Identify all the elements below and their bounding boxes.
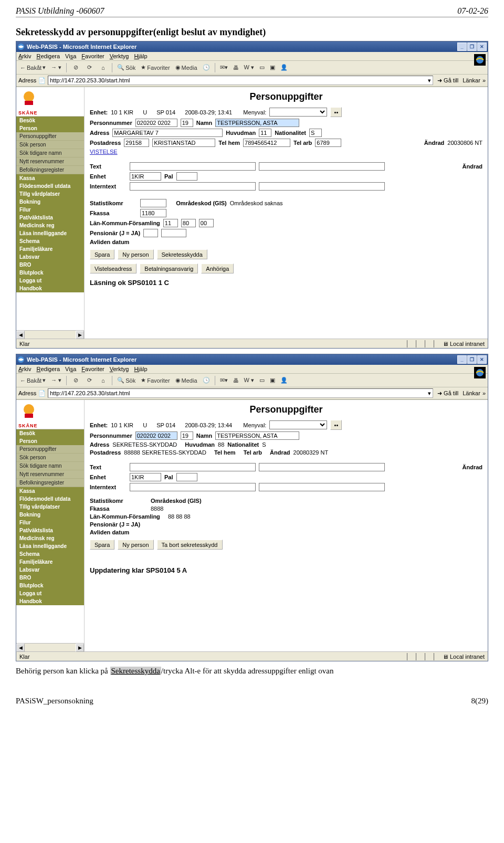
text-input-1[interactable] xyxy=(130,162,256,171)
nav-head-tillg[interactable]: Tillg vårdplatser xyxy=(16,190,84,198)
links-label[interactable]: Länkar xyxy=(463,77,480,83)
address-input[interactable]: http://147.220.253.30/start.html▾ xyxy=(48,388,433,398)
menu-visa[interactable]: Visa xyxy=(65,366,76,372)
nav-item-personuppgifter[interactable]: Personuppgifter xyxy=(16,132,84,141)
pn-century-input[interactable] xyxy=(181,119,193,127)
anhoriga-button[interactable]: Anhöriga xyxy=(201,264,234,273)
menyval-select[interactable] xyxy=(269,108,327,117)
mail-button[interactable]: ✉▾ xyxy=(218,376,229,384)
text-input-2[interactable] xyxy=(259,463,385,471)
postnr-input[interactable] xyxy=(124,139,149,147)
messenger-button[interactable]: 👤 xyxy=(279,376,289,384)
vistelse-link[interactable]: VISTELSE xyxy=(90,149,118,155)
close-button[interactable]: ✕ xyxy=(477,355,487,364)
telhem-input[interactable] xyxy=(243,139,290,147)
sidebar-hscroll[interactable]: ◀▶ xyxy=(16,643,84,651)
close-button[interactable]: ✕ xyxy=(477,43,487,51)
mail-button[interactable]: ✉▾ xyxy=(218,64,229,71)
nav-head-schema[interactable]: Schema xyxy=(16,237,84,245)
menu-redigera[interactable]: Redigera xyxy=(36,366,60,372)
home-button[interactable]: ⌂ xyxy=(97,63,109,72)
nav-head-medicinsk[interactable]: Medicinsk reg xyxy=(16,222,84,229)
nav-item-sok-tidigare-namn[interactable]: Sök tidigare namn xyxy=(16,462,84,470)
nav-head-flodes[interactable]: Flödesmodell utdata xyxy=(16,182,84,190)
stop-button[interactable]: ⊘ xyxy=(70,63,81,72)
media-button[interactable]: ◉Media xyxy=(174,64,199,71)
menu-hjalp[interactable]: Hjälp xyxy=(134,53,147,59)
pal-input[interactable] xyxy=(176,473,197,481)
forward-button[interactable]: → ▾ xyxy=(49,376,63,384)
nav-item-sok-person[interactable]: Sök person xyxy=(16,454,84,462)
edit-button[interactable]: ▭ xyxy=(258,64,266,71)
postort-input[interactable] xyxy=(152,139,215,147)
nav-head-familjelakare[interactable]: Familjeläkare xyxy=(16,558,84,566)
interntext-input-1[interactable] xyxy=(130,483,256,491)
favorites-button[interactable]: ★Favoriter xyxy=(139,376,171,384)
links-label[interactable]: Länkar xyxy=(463,390,480,396)
nav-item-sok-tidigare-namn[interactable]: Sök tidigare namn xyxy=(16,149,84,157)
text-input-1[interactable] xyxy=(130,463,256,471)
menu-visa[interactable]: Visa xyxy=(65,53,76,59)
menyval-go-button[interactable]: •• xyxy=(330,420,342,430)
namn-input[interactable] xyxy=(215,119,299,127)
menu-favoriter[interactable]: Favoriter xyxy=(81,53,104,59)
fkassa-input[interactable] xyxy=(140,209,166,217)
edit-button[interactable]: ▭ xyxy=(258,376,266,384)
search-button[interactable]: 🔍Sök xyxy=(116,376,137,384)
nav-head-filur[interactable]: Filur xyxy=(16,206,84,214)
betalningsansvarig-button[interactable]: Betalningsansvarig xyxy=(140,264,198,273)
history-button[interactable]: 🕓 xyxy=(201,64,212,71)
forward-button[interactable]: → ▾ xyxy=(49,64,63,71)
adress-input[interactable] xyxy=(112,129,223,137)
nav-item-nytt-reservnummer[interactable]: Nytt reservnummer xyxy=(16,470,84,479)
interntext-input-1[interactable] xyxy=(130,182,256,191)
nav-head-patvaktslista[interactable]: Pat/väktslista xyxy=(16,526,84,534)
address-input[interactable]: http://147.220.253.30/start.html▾ xyxy=(48,76,433,85)
menu-hjalp[interactable]: Hjälp xyxy=(134,366,147,372)
favorites-button[interactable]: ★Favoriter xyxy=(139,64,171,71)
minimize-button[interactable]: _ xyxy=(457,355,467,364)
nav-head-tillg[interactable]: Tillg vårdplatser xyxy=(16,503,84,511)
nav-item-personuppgifter[interactable]: Personuppgifter xyxy=(16,445,84,454)
nav-item-befolkningsregister[interactable]: Befolkningsregister xyxy=(16,479,84,487)
spara-button[interactable]: Spara xyxy=(90,540,114,550)
nav-head-kassa[interactable]: Kassa xyxy=(16,174,84,182)
nav-head-person[interactable]: Person xyxy=(16,124,84,132)
enhet2-input[interactable] xyxy=(130,172,161,181)
nav-head-labsvar[interactable]: Labsvar xyxy=(16,566,84,574)
nationalitet-input[interactable] xyxy=(309,129,322,137)
home-button[interactable]: ⌂ xyxy=(97,376,109,385)
ny-person-button[interactable]: Ny person xyxy=(118,540,153,550)
menu-redigera[interactable]: Redigera xyxy=(36,53,60,59)
ny-person-button[interactable]: Ny person xyxy=(118,249,153,259)
nav-head-schema[interactable]: Schema xyxy=(16,550,84,558)
nav-head-lasa[interactable]: Läsa innelliggande xyxy=(16,542,84,550)
menu-arkiv[interactable]: Arkiv xyxy=(18,53,31,59)
kommun-input[interactable] xyxy=(181,219,196,227)
word-button[interactable]: W ▾ xyxy=(243,64,256,71)
print-button[interactable]: 🖶 xyxy=(232,377,240,384)
enhet2-input[interactable] xyxy=(130,473,161,481)
print-button[interactable]: 🖶 xyxy=(232,64,240,71)
spara-button[interactable]: Spara xyxy=(90,249,114,259)
discuss-button[interactable]: ▣ xyxy=(268,64,277,71)
nav-item-sok-person[interactable]: Sök person xyxy=(16,141,84,149)
nav-head-besok[interactable]: Besök xyxy=(16,117,84,124)
menu-verktyg[interactable]: Verktyg xyxy=(110,53,129,59)
go-button[interactable]: ➜ Gå till xyxy=(435,77,460,84)
nav-head-medicinsk[interactable]: Medicinsk reg xyxy=(16,534,84,542)
nav-head-bro[interactable]: BRO xyxy=(16,261,84,269)
history-button[interactable]: 🕓 xyxy=(201,376,212,384)
vistelseadress-button[interactable]: Vistelseadress xyxy=(90,264,136,273)
menu-favoriter[interactable]: Favoriter xyxy=(81,366,104,372)
nav-head-flodes[interactable]: Flödesmodell utdata xyxy=(16,495,84,503)
interntext-input-2[interactable] xyxy=(259,483,385,491)
discuss-button[interactable]: ▣ xyxy=(268,376,277,384)
nav-head-person[interactable]: Person xyxy=(16,437,84,445)
nav-head-patvaktslista[interactable]: Pat/väktslista xyxy=(16,214,84,222)
nav-item-befolkningsregister[interactable]: Befolkningsregister xyxy=(16,166,84,174)
messenger-button[interactable]: 👤 xyxy=(279,64,289,71)
refresh-button[interactable]: ⟳ xyxy=(83,63,95,72)
refresh-button[interactable]: ⟳ xyxy=(83,376,95,385)
telarb-input[interactable] xyxy=(315,139,341,147)
